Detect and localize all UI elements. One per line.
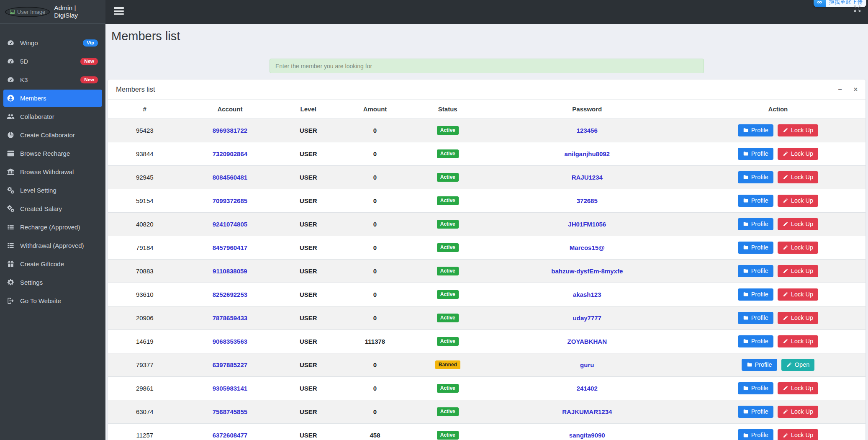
password-link[interactable]: akash123 (573, 291, 601, 298)
password-link[interactable]: 123456 (577, 127, 598, 134)
sidebar-item-level-setting[interactable]: Level Setting (3, 182, 102, 199)
account-link[interactable]: 9068353563 (213, 338, 247, 345)
account-link[interactable]: 8084560481 (213, 174, 247, 181)
lock-up-button[interactable]: Lock Up (778, 429, 818, 440)
password-link[interactable]: JH01FM1056 (568, 221, 606, 228)
status-badge: Active (437, 173, 459, 182)
profile-button[interactable]: Profile (738, 288, 773, 301)
member-id: 29861 (108, 377, 182, 400)
lock-up-button[interactable]: Lock Up (778, 195, 818, 207)
pencil-icon (783, 385, 788, 391)
lock-up-button[interactable]: Lock Up (778, 242, 818, 254)
infinity-icon: ∞ (814, 0, 826, 7)
sidebar-item-create-giftcode[interactable]: Create Giftcode (3, 255, 102, 273)
account-link[interactable]: 7320902864 (213, 150, 247, 157)
account-link[interactable]: 7878659433 (213, 314, 247, 322)
account-link[interactable]: 9241074805 (213, 221, 247, 228)
col-header-amount: Amount (338, 100, 412, 119)
sidebar-item-5d[interactable]: 5D New (3, 53, 102, 70)
fullscreen-icon[interactable] (852, 4, 862, 14)
pencil-icon (783, 221, 788, 227)
profile-button[interactable]: Profile (738, 242, 773, 254)
user-circle-icon (7, 94, 15, 102)
minimize-icon[interactable]: − (838, 86, 842, 93)
sign-out-icon (7, 297, 15, 305)
lock-up-button[interactable]: Lock Up (778, 312, 818, 324)
sidebar-item-collaborator[interactable]: Collaborator (3, 108, 102, 125)
status-badge: Active (437, 407, 459, 416)
sidebar-item-browse-withdrawal[interactable]: Browse Withdrawal (3, 163, 102, 180)
status-badge: Active (437, 126, 459, 135)
account-link[interactable]: 6372608477 (213, 432, 247, 439)
sidebar-item-created-salary[interactable]: Created Salary (3, 200, 102, 217)
open-button[interactable]: Open (781, 359, 814, 371)
close-icon[interactable]: × (854, 86, 858, 93)
profile-button[interactable]: Profile (738, 265, 773, 277)
sidebar-item-go-to-website[interactable]: Go To Website (3, 292, 102, 309)
member-amount: 0 (338, 189, 412, 213)
profile-button[interactable]: Profile (738, 171, 773, 183)
password-link[interactable]: Marcos15@ (570, 244, 605, 251)
password-link[interactable]: guru (580, 361, 594, 368)
sidebar-item-wingo[interactable]: Wingo Vip (3, 34, 102, 51)
profile-button[interactable]: Profile (738, 148, 773, 160)
account-link[interactable]: 7568745855 (213, 408, 247, 415)
account-link[interactable]: 9110838059 (213, 268, 247, 275)
member-search-input[interactable] (270, 59, 704, 73)
sidebar-item-browse-recharge[interactable]: Browse Recharge (3, 145, 102, 162)
account-link[interactable]: 9305983141 (213, 385, 247, 392)
lock-up-button[interactable]: Lock Up (778, 335, 818, 347)
account-link[interactable]: 8457960417 (213, 244, 247, 251)
member-id: 92945 (108, 166, 182, 189)
lock-up-button[interactable]: Lock Up (778, 124, 818, 136)
pencil-icon (783, 127, 788, 133)
password-link[interactable]: anilganjhu8092 (565, 150, 610, 157)
password-link[interactable]: 241402 (577, 385, 598, 392)
lock-up-button[interactable]: Lock Up (778, 406, 818, 418)
password-link[interactable]: bahzuw-dysfEm-8myxfe (551, 268, 623, 275)
member-level: USER (278, 119, 338, 142)
folder-icon (743, 432, 749, 438)
member-id: 11257 (108, 424, 182, 440)
member-id: 20906 (108, 306, 182, 330)
member-id: 63074 (108, 400, 182, 424)
pencil-icon (783, 268, 788, 274)
password-link[interactable]: ZOYABKHAN (568, 338, 607, 345)
action-buttons: Profile Lock Up (691, 330, 865, 353)
profile-button[interactable]: Profile (738, 429, 773, 440)
sidebar-item-settings[interactable]: Settings (3, 274, 102, 291)
profile-button[interactable]: Profile (738, 406, 773, 418)
sidebar-item-members[interactable]: Members (3, 90, 102, 107)
sidebar-item-k3[interactable]: K3 New (3, 71, 102, 88)
password-link[interactable]: sangita9090 (569, 432, 605, 439)
password-link[interactable]: uday7777 (573, 314, 601, 322)
account-link[interactable]: 6397885227 (213, 361, 247, 368)
lock-up-button[interactable]: Lock Up (778, 148, 818, 160)
account-link[interactable]: 7099372685 (213, 197, 247, 204)
sidebar-item-create-collaborator[interactable]: Create Collaborator (3, 126, 102, 144)
profile-button[interactable]: Profile (738, 382, 773, 394)
lock-up-button[interactable]: Lock Up (778, 218, 818, 230)
logo-alt-text: User Image (17, 9, 45, 15)
cogs-icon (7, 186, 15, 194)
profile-button[interactable]: Profile (738, 195, 773, 207)
member-level: USER (278, 306, 338, 330)
lock-up-button[interactable]: Lock Up (778, 288, 818, 301)
profile-button[interactable]: Profile (738, 312, 773, 324)
account-link[interactable]: 8252692253 (213, 291, 247, 298)
member-amount: 0 (338, 377, 412, 400)
menu-toggle-icon[interactable] (113, 7, 125, 17)
profile-button[interactable]: Profile (738, 218, 773, 230)
sidebar-item-recharge-approved[interactable]: Recharge (Approved) (3, 219, 102, 236)
profile-button[interactable]: Profile (738, 124, 773, 136)
account-link[interactable]: 8969381722 (213, 127, 247, 134)
profile-button[interactable]: Profile (742, 359, 777, 371)
password-link[interactable]: 372685 (577, 197, 598, 204)
password-link[interactable]: RAJKUMAR1234 (562, 408, 612, 415)
lock-up-button[interactable]: Lock Up (778, 171, 818, 183)
profile-button[interactable]: Profile (738, 335, 773, 347)
lock-up-button[interactable]: Lock Up (778, 382, 818, 394)
lock-up-button[interactable]: Lock Up (778, 265, 818, 277)
password-link[interactable]: RAJU1234 (572, 174, 603, 181)
sidebar-item-withdrawal-approved[interactable]: Withdrawal (Approved) (3, 237, 102, 254)
